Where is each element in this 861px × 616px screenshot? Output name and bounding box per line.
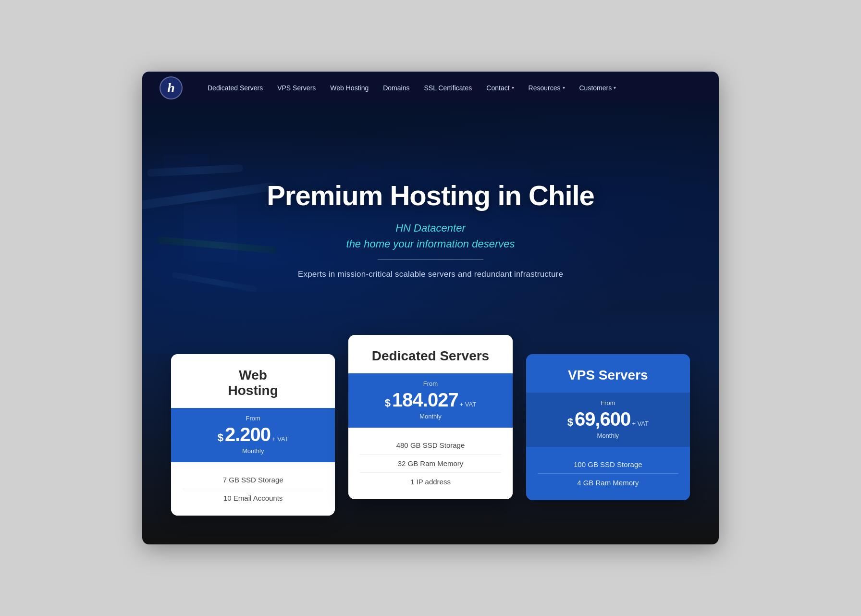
dedicated-servers-card[interactable]: Dedicated Servers From $ 184.027 + VAT M… <box>348 335 512 499</box>
hero-subtitle-line1: HN Datacenter the home your information … <box>267 220 594 252</box>
nav-dedicated-servers[interactable]: Dedicated Servers <box>202 80 269 96</box>
hero-title: Premium Hosting in Chile <box>267 179 594 211</box>
dedicated-servers-feature-3: 1 IP address <box>360 473 501 491</box>
vps-servers-feature-2: 4 GB Ram Memory <box>538 474 678 492</box>
dedicated-servers-period: Monthly <box>360 413 501 420</box>
hero-content: Premium Hosting in Chile HN Datacenter t… <box>247 179 614 279</box>
dedicated-servers-vat: + VAT <box>460 401 477 408</box>
vps-servers-features: 100 GB SSD Storage 4 GB Ram Memory <box>526 447 690 500</box>
vps-servers-number: 69,600 <box>575 408 630 430</box>
contact-chevron-icon: ▾ <box>512 85 514 90</box>
web-hosting-header: WebHosting <box>171 354 335 408</box>
vps-servers-price: $ 69,600 + VAT <box>538 408 678 430</box>
web-hosting-from-label: From <box>183 415 323 422</box>
hero-divider <box>378 259 483 260</box>
browser-frame: h Dedicated Servers VPS Servers Web Host… <box>142 72 719 544</box>
web-hosting-price-band: From $ 2.200 + VAT Monthly <box>171 408 335 462</box>
dedicated-servers-features: 480 GB SSD Storage 32 GB Ram Memory 1 IP… <box>348 428 512 499</box>
web-hosting-features: 7 GB SSD Storage 10 Email Accounts <box>171 462 335 516</box>
vps-servers-from-label: From <box>538 399 678 407</box>
customers-chevron-icon: ▾ <box>614 85 616 90</box>
dedicated-servers-number: 184.027 <box>392 389 458 411</box>
nav-vps-servers[interactable]: VPS Servers <box>271 80 321 96</box>
dedicated-servers-feature-2: 32 GB Ram Memory <box>360 455 501 473</box>
nav-resources[interactable]: Resources ▾ <box>523 80 571 96</box>
vps-servers-card[interactable]: VPS Servers From $ 69,600 + VAT Monthly … <box>526 354 690 500</box>
dedicated-servers-header: Dedicated Servers <box>348 335 512 373</box>
logo[interactable]: h <box>160 76 183 99</box>
dedicated-servers-feature-1: 480 GB SSD Storage <box>360 436 501 455</box>
dedicated-servers-dollar: $ <box>385 397 391 409</box>
web-hosting-period: Monthly <box>183 447 323 455</box>
nav-web-hosting[interactable]: Web Hosting <box>324 80 374 96</box>
cards-section: WebHosting From $ 2.200 + VAT Monthly 7 … <box>142 354 719 544</box>
nav-customers[interactable]: Customers ▾ <box>574 80 622 96</box>
vps-servers-feature-1: 100 GB SSD Storage <box>538 456 678 474</box>
nav-bar: h Dedicated Servers VPS Servers Web Host… <box>142 72 719 104</box>
nav-links: Dedicated Servers VPS Servers Web Hostin… <box>202 80 701 96</box>
web-hosting-title: WebHosting <box>183 368 323 398</box>
vps-servers-title: VPS Servers <box>538 368 678 383</box>
dedicated-servers-from-label: From <box>360 380 501 387</box>
web-hosting-feature-1: 7 GB SSD Storage <box>183 471 323 489</box>
web-hosting-dollar: $ <box>218 431 223 444</box>
hero-description: Experts in mission-critical scalable ser… <box>267 270 594 279</box>
nav-ssl-certificates[interactable]: SSL Certificates <box>418 80 478 96</box>
logo-circle: h <box>160 76 183 99</box>
web-hosting-number: 2.200 <box>225 424 271 445</box>
nav-contact[interactable]: Contact ▾ <box>480 80 519 96</box>
web-hosting-vat: + VAT <box>272 435 289 443</box>
hero-section: Premium Hosting in Chile HN Datacenter t… <box>142 104 719 354</box>
web-hosting-price: $ 2.200 + VAT <box>183 424 323 445</box>
logo-letter: h <box>167 80 175 96</box>
vps-servers-price-band: From $ 69,600 + VAT Monthly <box>526 393 690 447</box>
nav-domains[interactable]: Domains <box>377 80 415 96</box>
vps-servers-dollar: $ <box>567 416 573 429</box>
web-hosting-feature-2: 10 Email Accounts <box>183 489 323 507</box>
vps-servers-header: VPS Servers <box>526 354 690 393</box>
resources-chevron-icon: ▾ <box>563 85 565 90</box>
dedicated-servers-title: Dedicated Servers <box>360 348 501 364</box>
web-hosting-card[interactable]: WebHosting From $ 2.200 + VAT Monthly 7 … <box>171 354 335 516</box>
dedicated-servers-price: $ 184.027 + VAT <box>360 389 501 411</box>
dedicated-servers-price-band: From $ 184.027 + VAT Monthly <box>348 373 512 428</box>
vps-servers-vat: + VAT <box>632 420 649 427</box>
vps-servers-period: Monthly <box>538 432 678 439</box>
